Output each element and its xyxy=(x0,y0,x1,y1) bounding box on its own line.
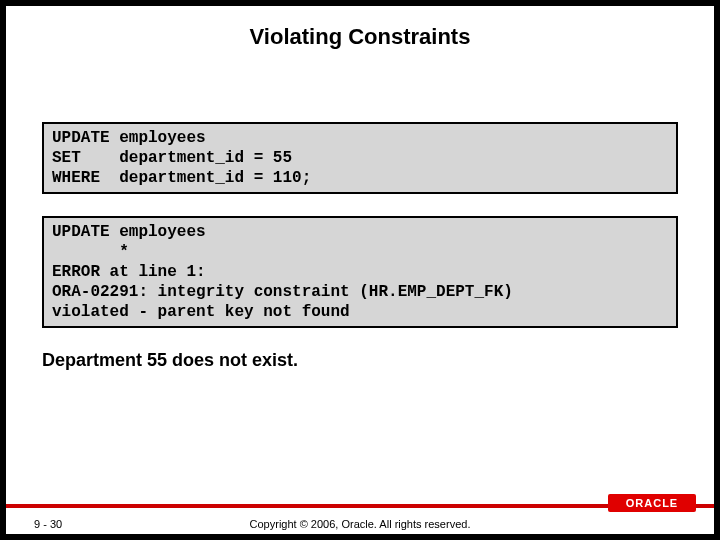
copyright-text: Copyright © 2006, Oracle. All rights res… xyxy=(6,518,714,530)
oracle-logo: ORACLE xyxy=(608,494,696,512)
error-output-box: UPDATE employees * ERROR at line 1: ORA-… xyxy=(42,216,678,328)
slide-title: Violating Constraints xyxy=(6,24,714,50)
slide: Violating Constraints UPDATE employees S… xyxy=(6,6,714,534)
slide-footer: ORACLE 9 - 30 Copyright © 2006, Oracle. … xyxy=(6,504,714,534)
caption-text: Department 55 does not exist. xyxy=(42,350,678,371)
sql-statement-box: UPDATE employees SET department_id = 55 … xyxy=(42,122,678,194)
